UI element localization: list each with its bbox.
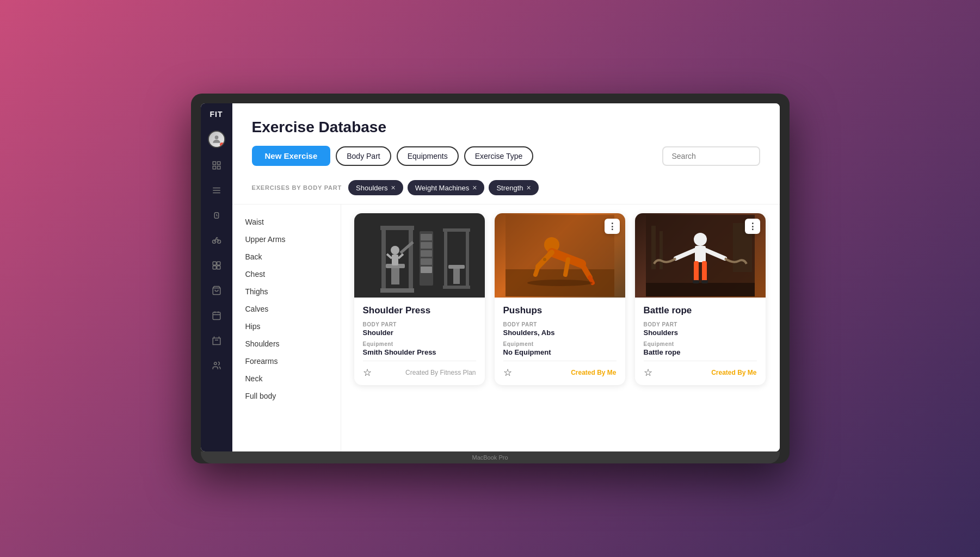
svg-rect-16	[217, 266, 220, 269]
svg-line-52	[565, 259, 568, 275]
svg-rect-40	[444, 228, 447, 288]
body-part-back[interactable]: Back	[245, 248, 328, 265]
svg-rect-59	[660, 231, 663, 269]
exercise-card-pushups: ⋮	[495, 213, 625, 385]
svg-rect-32	[421, 250, 432, 257]
sidebar-item-bag[interactable]	[209, 333, 224, 348]
body-part-forearms[interactable]: Forearms	[245, 352, 328, 370]
svg-rect-45	[453, 269, 460, 284]
chip-weight-machines-close[interactable]: ×	[472, 183, 477, 192]
new-exercise-button[interactable]: New Exercise	[252, 146, 331, 166]
equipment-label-3: Equipment	[644, 341, 757, 347]
card-footer-1: ☆ Created By Fitness Plan	[363, 361, 476, 379]
svg-rect-2	[217, 162, 220, 164]
exercise-title-battle-rope: Battle rope	[644, 305, 757, 316]
chip-weight-machines[interactable]: Weight Machines ×	[408, 180, 485, 195]
svg-point-0	[214, 135, 218, 139]
sidebar-item-calendar[interactable]	[209, 308, 224, 323]
body-part-upper-arms[interactable]: Upper Arms	[245, 231, 328, 248]
body-part-shoulders[interactable]: Shoulders	[245, 335, 328, 352]
body-part-hips[interactable]: Hips	[245, 318, 328, 335]
app-logo: FIT	[210, 110, 223, 119]
exercise-image-pushups: ⋮	[495, 213, 625, 298]
equipment-value-1: Smith Shoulder Press	[363, 348, 476, 356]
sidebar-item-cart[interactable]	[209, 283, 224, 298]
body-part-label-1: BODY PART	[363, 321, 476, 327]
sidebar-item-watch[interactable]	[209, 208, 224, 223]
svg-rect-13	[213, 262, 216, 265]
laptop-base: MacBook Pro	[201, 451, 780, 463]
sidebar-item-bike[interactable]	[209, 233, 224, 248]
chip-strength[interactable]: Strength ×	[489, 180, 538, 195]
exercise-card-battle-rope: ⋮	[635, 213, 766, 385]
body-part-label-3: BODY PART	[644, 321, 757, 327]
exercise-type-filter-button[interactable]: Exercise Type	[464, 146, 534, 166]
svg-rect-43	[443, 286, 470, 289]
exercise-image-shoulder-press	[354, 213, 485, 298]
svg-line-38	[387, 254, 392, 258]
body-part-value-3: Shoulders	[644, 329, 757, 337]
card-menu-button-battle-rope[interactable]: ⋮	[745, 219, 760, 234]
svg-rect-68	[693, 280, 699, 283]
body-part-chest[interactable]: Chest	[245, 265, 328, 283]
body-part-full-body[interactable]: Full body	[245, 387, 328, 405]
svg-rect-42	[443, 228, 470, 232]
svg-line-39	[398, 254, 403, 258]
card-body-battle-rope: Battle rope BODY PART Shoulders Equipmen…	[635, 298, 766, 385]
body-part-value-2: Shoulders, Abs	[503, 329, 617, 337]
svg-rect-4	[217, 166, 220, 169]
chip-shoulders-close[interactable]: ×	[391, 183, 396, 192]
sidebar-item-list[interactable]	[209, 183, 224, 198]
chip-shoulders-label: Shoulders	[356, 184, 388, 192]
search-input[interactable]	[662, 146, 760, 166]
sidebar-item-users[interactable]	[209, 358, 224, 373]
svg-line-51	[535, 267, 538, 275]
exercise-title-shoulder-press: Shoulder Press	[363, 305, 476, 316]
svg-rect-14	[217, 262, 220, 265]
svg-line-10	[217, 215, 218, 216]
svg-rect-1	[213, 162, 215, 164]
body-part-thighs[interactable]: Thighs	[245, 283, 328, 300]
body-part-calves[interactable]: Calves	[245, 300, 328, 318]
body-part-filter-button[interactable]: Body Part	[336, 146, 391, 166]
svg-rect-25	[380, 226, 414, 230]
svg-rect-31	[421, 242, 432, 249]
created-by-1: Created By Fitness Plan	[405, 369, 476, 376]
card-menu-button-pushups[interactable]: ⋮	[605, 219, 620, 234]
exercise-image-battle-rope: ⋮	[635, 213, 766, 298]
svg-rect-33	[421, 258, 432, 265]
card-footer-2: ☆ Created By Me	[503, 361, 617, 379]
card-body-pushups: Pushups BODY PART Shoulders, Abs Equipme…	[495, 298, 625, 385]
body-part-waist[interactable]: Waist	[245, 213, 328, 231]
equipments-filter-button[interactable]: Equipments	[397, 146, 459, 166]
favorite-button-3[interactable]: ☆	[644, 367, 652, 379]
svg-rect-64	[702, 261, 707, 283]
equipment-label-2: Equipment	[503, 341, 617, 347]
favorite-button-2[interactable]: ☆	[503, 367, 512, 379]
svg-point-22	[214, 362, 217, 365]
svg-rect-41	[466, 228, 469, 288]
svg-rect-30	[421, 234, 432, 240]
equipment-value-3: Battle rope	[644, 348, 757, 356]
equipment-label-1: Equipment	[363, 341, 476, 347]
svg-rect-34	[421, 267, 432, 273]
avatar[interactable]	[208, 131, 225, 148]
filter-chips-row: EXERCISES BY BODY PART Shoulders × Weigh…	[232, 175, 780, 205]
exercise-grid: Shoulder Press BODY PART Shoulder Equipm…	[341, 205, 780, 451]
page-title: Exercise Database	[252, 119, 760, 136]
body-part-neck[interactable]: Neck	[245, 370, 328, 387]
body-section: Waist Upper Arms Back Chest Thighs Calve…	[232, 205, 780, 451]
svg-rect-67	[646, 283, 755, 296]
svg-rect-44	[448, 265, 465, 269]
sidebar-item-grid[interactable]	[209, 158, 224, 173]
favorite-button-1[interactable]: ☆	[363, 367, 372, 379]
macbook-label: MacBook Pro	[472, 454, 508, 461]
exercise-title-pushups: Pushups	[503, 305, 617, 316]
sidebar-item-dashboard[interactable]	[209, 258, 224, 273]
svg-rect-26	[380, 288, 414, 293]
chip-shoulders[interactable]: Shoulders ×	[348, 180, 403, 195]
filter-section-label: EXERCISES BY BODY PART	[252, 184, 342, 191]
chip-strength-close[interactable]: ×	[527, 183, 531, 192]
svg-rect-28	[391, 268, 399, 284]
body-part-label-2: BODY PART	[503, 321, 617, 327]
